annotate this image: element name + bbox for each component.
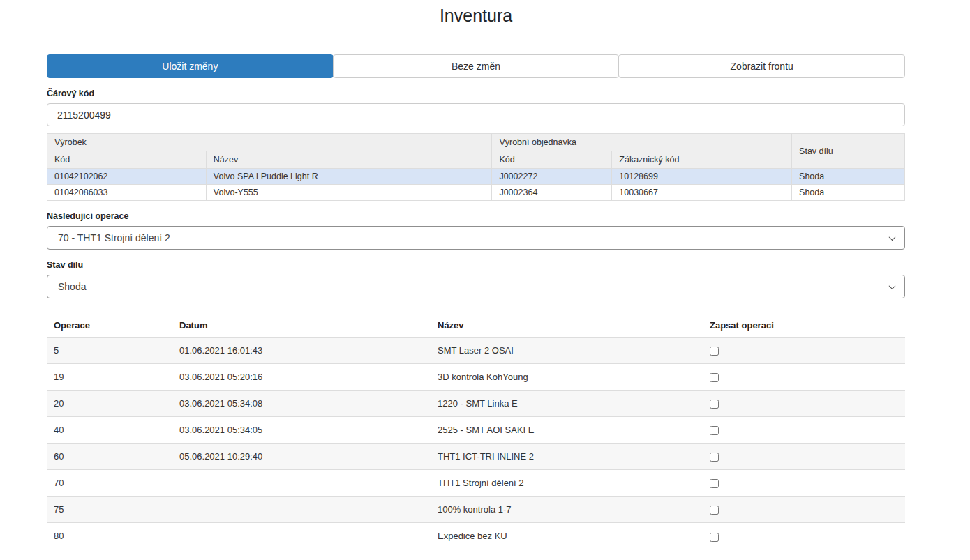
operations-header-row: Operace Datum Název Zapsat operaci <box>47 314 905 338</box>
customer-code-header: Zákaznický kód <box>612 151 792 169</box>
write-operation-checkbox[interactable] <box>710 347 719 356</box>
products-group-header-row: Výrobek Výrobní objednávka Stav dílu <box>47 134 905 151</box>
part-state-value: Shoda <box>58 281 86 292</box>
customer-code-cell: 10128699 <box>612 169 792 185</box>
show-queue-button[interactable]: Zobrazit frontu <box>618 54 905 78</box>
write-operation-column-header: Zapsat operaci <box>703 314 905 338</box>
order-code-cell: J0002364 <box>492 185 612 201</box>
product-row[interactable]: 01042102062Volvo SPA I Puddle Light RJ00… <box>47 169 905 185</box>
write-operation-cell <box>703 338 905 364</box>
operation-number-cell: 75 <box>47 497 172 523</box>
date-column-header: Datum <box>172 314 431 338</box>
part-state-label: Stav dílu <box>47 260 905 270</box>
operation-name-cell: Expedice bez KU <box>431 523 703 550</box>
product-code-cell: 01042086033 <box>47 185 207 201</box>
title-divider <box>47 36 905 36</box>
products-table: Výrobek Výrobní objednávka Stav dílu Kód… <box>47 133 905 201</box>
inventory-page: Inventura Uložit změny Beze změn Zobrazi… <box>47 0 905 560</box>
operation-row: 80Expedice bez KU <box>47 523 905 550</box>
page-title: Inventura <box>47 6 905 26</box>
operation-number-cell: 19 <box>47 364 172 391</box>
write-operation-cell <box>703 391 905 417</box>
order-code-cell: J0002272 <box>492 169 612 185</box>
operation-date-cell: 01.06.2021 16:01:43 <box>172 338 431 364</box>
next-operation-value: 70 - THT1 Strojní dělení 2 <box>58 232 170 243</box>
operations-table: Operace Datum Název Zapsat operaci 501.0… <box>47 314 905 550</box>
write-operation-cell <box>703 497 905 523</box>
write-operation-cell <box>703 470 905 497</box>
operation-date-cell <box>172 497 431 523</box>
next-operation-label: Následující operace <box>47 211 905 221</box>
operation-number-cell: 5 <box>47 338 172 364</box>
order-code-header: Kód <box>492 151 612 169</box>
write-operation-checkbox[interactable] <box>710 453 719 462</box>
next-operation-select[interactable]: 70 - THT1 Strojní dělení 2 <box>47 226 905 250</box>
product-name-header: Název <box>206 151 492 169</box>
save-changes-button[interactable]: Uložit změny <box>47 54 334 78</box>
no-changes-button[interactable]: Beze změn <box>333 54 620 78</box>
product-group-header: Výrobek <box>47 134 492 151</box>
operation-number-cell: 70 <box>47 470 172 497</box>
write-operation-cell <box>703 417 905 444</box>
operation-row: 501.06.2021 16:01:43SMT Laser 2 OSAI <box>47 338 905 364</box>
products-sub-header-row: Kód Název Kód Zákaznický kód <box>47 151 905 169</box>
operation-row: 75100% kontrola 1-7 <box>47 497 905 523</box>
barcode-input[interactable] <box>47 103 905 126</box>
operation-number-cell: 80 <box>47 523 172 550</box>
operation-number-cell: 40 <box>47 417 172 444</box>
operation-name-cell: THT1 Strojní dělení 2 <box>431 470 703 497</box>
product-code-header: Kód <box>47 151 207 169</box>
write-operation-checkbox[interactable] <box>710 533 719 542</box>
part-state-header: Stav dílu <box>792 134 905 169</box>
write-operation-cell <box>703 364 905 391</box>
operation-date-cell: 03.06.2021 05:34:05 <box>172 417 431 444</box>
operation-row: 70THT1 Strojní dělení 2 <box>47 470 905 497</box>
operation-name-cell: SMT Laser 2 OSAI <box>431 338 703 364</box>
operation-name-cell: 2525 - SMT AOI SAKI E <box>431 417 703 444</box>
write-operation-checkbox[interactable] <box>710 479 719 488</box>
operation-name-cell: 100% kontrola 1-7 <box>431 497 703 523</box>
write-operation-cell <box>703 523 905 550</box>
operation-date-cell: 05.06.2021 10:29:40 <box>172 444 431 470</box>
operation-name-cell: 3D kontrola KohYoung <box>431 364 703 391</box>
product-code-cell: 01042102062 <box>47 169 207 185</box>
part-state-cell: Shoda <box>792 169 905 185</box>
operation-number-cell: 20 <box>47 391 172 417</box>
chevron-down-icon <box>889 234 896 241</box>
product-name-cell: Volvo-Y555 <box>206 185 492 201</box>
write-operation-checkbox[interactable] <box>710 426 719 435</box>
operation-date-cell <box>172 523 431 550</box>
barcode-label: Čárový kód <box>47 89 905 98</box>
operation-name-cell: THT1 ICT-TRI INLINE 2 <box>431 444 703 470</box>
write-operation-cell <box>703 444 905 470</box>
write-operation-checkbox[interactable] <box>710 400 719 409</box>
order-group-header: Výrobní objednávka <box>492 134 792 151</box>
name-column-header: Název <box>431 314 703 338</box>
operation-row: 4003.06.2021 05:34:052525 - SMT AOI SAKI… <box>47 417 905 444</box>
operation-number-cell: 60 <box>47 444 172 470</box>
action-button-group: Uložit změny Beze změn Zobrazit frontu <box>47 54 905 78</box>
chevron-down-icon <box>889 282 896 289</box>
part-state-select[interactable]: Shoda <box>47 275 905 298</box>
customer-code-cell: 10030667 <box>612 185 792 201</box>
product-name-cell: Volvo SPA I Puddle Light R <box>206 169 492 185</box>
operation-date-cell: 03.06.2021 05:20:16 <box>172 364 431 391</box>
operation-name-cell: 1220 - SMT Linka E <box>431 391 703 417</box>
operation-column-header: Operace <box>47 314 172 338</box>
operation-row: 1903.06.2021 05:20:163D kontrola KohYoun… <box>47 364 905 391</box>
operation-date-cell <box>172 470 431 497</box>
operation-row: 6005.06.2021 10:29:40THT1 ICT-TRI INLINE… <box>47 444 905 470</box>
operation-row: 2003.06.2021 05:34:081220 - SMT Linka E <box>47 391 905 417</box>
write-operation-checkbox[interactable] <box>710 373 719 382</box>
write-operation-checkbox[interactable] <box>710 506 719 515</box>
operation-date-cell: 03.06.2021 05:34:08 <box>172 391 431 417</box>
product-row[interactable]: 01042086033Volvo-Y555J000236410030667Sho… <box>47 185 905 201</box>
part-state-cell: Shoda <box>792 185 905 201</box>
